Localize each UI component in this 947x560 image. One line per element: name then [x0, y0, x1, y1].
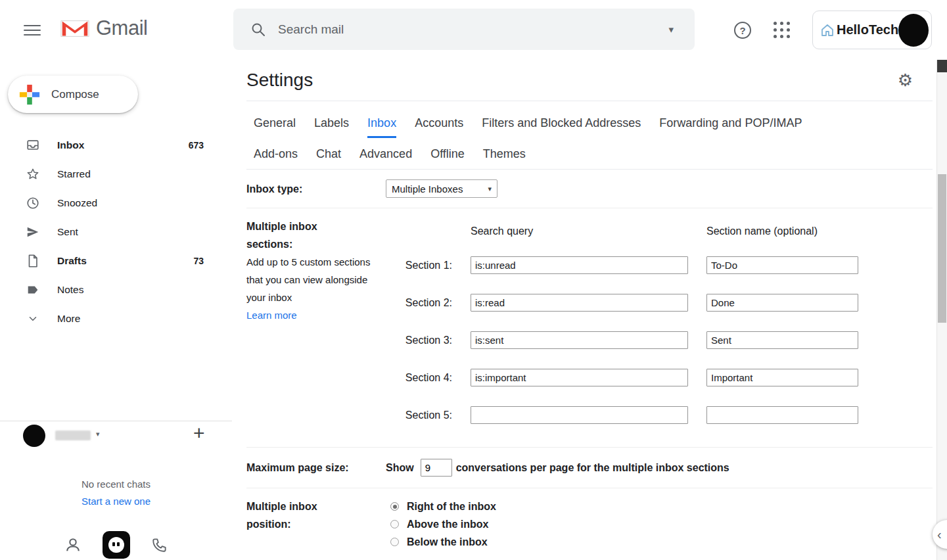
- section-2-query-input[interactable]: [471, 294, 688, 312]
- search-options-caret-icon[interactable]: ▾: [664, 20, 678, 39]
- section-4-query-input[interactable]: [471, 369, 688, 386]
- sidebar-item-label: Inbox: [57, 139, 84, 151]
- settings-main: Settings ⚙ General Labels Inbox Accounts…: [232, 60, 936, 560]
- section-2-label: Section 2:: [394, 284, 452, 321]
- max-page-size-suffix: conversations per page for the multiple …: [456, 462, 729, 474]
- hangouts-icon: [103, 531, 130, 559]
- tab-themes[interactable]: Themes: [483, 147, 526, 169]
- sidebar-nav: Inbox 673 Starred Snoozed: [0, 131, 218, 333]
- scrollbar-thumb[interactable]: [938, 174, 946, 323]
- sidebar-item-label: Snoozed: [57, 197, 97, 209]
- tab-offline[interactable]: Offline: [430, 147, 465, 169]
- tab-accounts[interactable]: Accounts: [415, 116, 463, 138]
- sidebar-item-notes[interactable]: Notes: [0, 275, 218, 304]
- star-icon: [25, 166, 41, 182]
- position-option-right[interactable]: Right of the inbox: [390, 498, 496, 515]
- sidebar-item-label: Notes: [57, 284, 84, 296]
- compose-plus-icon: [18, 83, 41, 106]
- learn-more-link[interactable]: Learn more: [246, 306, 394, 324]
- hangouts-tab[interactable]: [103, 531, 130, 559]
- section-5-name-input[interactable]: [706, 406, 858, 424]
- drafts-count: 73: [193, 256, 204, 266]
- tab-chat[interactable]: Chat: [316, 147, 341, 169]
- max-page-size-input[interactable]: [421, 459, 452, 477]
- hellotech-house-icon: [820, 22, 835, 38]
- radio-option-label: Below the inbox: [407, 536, 488, 548]
- search-bar[interactable]: ▾: [233, 9, 695, 50]
- radio-option-label: Right of the inbox: [407, 501, 496, 513]
- sidebar-item-label: Drafts: [57, 255, 87, 267]
- section-2-name-input[interactable]: [706, 294, 858, 312]
- help-button[interactable]: ?: [731, 18, 754, 42]
- maximum-page-size-row: Maximum page size: Show conversations pe…: [246, 448, 933, 488]
- tab-filters-blocked[interactable]: Filters and Blocked Addresses: [482, 116, 641, 138]
- clock-icon: [25, 195, 41, 211]
- sections-description: Add up to 5 custom sections that you can…: [246, 253, 381, 306]
- settings-tabs: General Labels Inbox Accounts Filters an…: [246, 101, 933, 170]
- hamburger-menu-icon[interactable]: [24, 22, 41, 37]
- search-input[interactable]: [278, 22, 664, 37]
- profile-avatar[interactable]: [898, 14, 929, 47]
- inbox-type-row: Inbox type: Multiple Inboxes ▾: [246, 170, 933, 208]
- tab-forwarding-pop-imap[interactable]: Forwarding and POP/IMAP: [659, 116, 802, 138]
- radio-unselected-icon[interactable]: [390, 538, 399, 546]
- section-1-name-input[interactable]: [706, 256, 858, 274]
- gmail-envelope-icon: [60, 18, 89, 39]
- section-1-query-input[interactable]: [471, 256, 688, 274]
- compose-button[interactable]: Compose: [8, 76, 138, 113]
- chat-user-avatar[interactable]: [23, 425, 45, 447]
- section-5-query-input[interactable]: [471, 406, 688, 424]
- gmail-logo: Gmail: [60, 16, 147, 40]
- new-chat-plus-icon[interactable]: +: [193, 422, 205, 444]
- google-apps-grid-icon[interactable]: [773, 21, 791, 39]
- section-3-name-input[interactable]: [706, 331, 858, 349]
- contacts-person-icon[interactable]: [59, 531, 87, 559]
- tab-general[interactable]: General: [254, 116, 296, 138]
- radio-selected-icon[interactable]: [390, 502, 399, 511]
- radio-unselected-icon[interactable]: [390, 520, 399, 528]
- tab-labels[interactable]: Labels: [314, 116, 349, 138]
- tab-inbox[interactable]: Inbox: [367, 116, 396, 138]
- sidebar-item-drafts[interactable]: Drafts 73: [0, 246, 218, 275]
- empty-header-cell: [394, 218, 452, 246]
- chat-status-caret-icon[interactable]: ▾: [96, 430, 100, 438]
- multiple-inbox-position-row: Multiple inbox position: Right of the in…: [246, 488, 933, 557]
- inbox-type-label: Inbox type:: [246, 180, 386, 198]
- sidebar-item-more[interactable]: More: [0, 304, 218, 333]
- sidebar-item-starred[interactable]: Starred: [0, 160, 218, 189]
- sidebar-item-sent[interactable]: Sent: [0, 218, 218, 246]
- section-1-label: Section 1:: [394, 246, 452, 284]
- gmail-app: Gmail ▾ ? HelloTech: [0, 0, 947, 560]
- draft-icon: [25, 253, 41, 269]
- gear-icon[interactable]: ⚙: [898, 70, 913, 91]
- label-tag-icon: [25, 282, 41, 298]
- section-4-name-input[interactable]: [706, 369, 858, 386]
- sidebar-item-inbox[interactable]: Inbox 673: [0, 131, 218, 160]
- sections-grid: Search query Section name (optional) Sec…: [394, 218, 858, 434]
- gmail-wordmark: Gmail: [96, 16, 147, 40]
- position-option-above[interactable]: Above the inbox: [390, 515, 496, 533]
- section-3-query-input[interactable]: [471, 331, 688, 349]
- inbox-type-dropdown[interactable]: Multiple Inboxes ▾: [386, 179, 497, 198]
- chevron-down-icon: [25, 311, 41, 327]
- inbox-icon: [25, 137, 41, 153]
- no-recent-chats-text: No recent chats: [0, 478, 232, 490]
- sidebar-item-label: Sent: [57, 226, 78, 238]
- top-header: Gmail ▾ ? HelloTech: [0, 0, 947, 60]
- max-page-size-label: Maximum page size:: [246, 459, 386, 477]
- position-option-below[interactable]: Below the inbox: [390, 533, 496, 551]
- sidebar-item-snoozed[interactable]: Snoozed: [0, 189, 218, 218]
- inbox-type-value: Multiple Inboxes: [392, 183, 463, 195]
- search-icon[interactable]: [250, 22, 266, 37]
- help-icon: ?: [734, 22, 751, 39]
- tab-advanced[interactable]: Advanced: [359, 147, 412, 169]
- section-4-label: Section 4:: [394, 359, 452, 396]
- search-query-column-header: Search query: [471, 218, 688, 246]
- phone-icon[interactable]: [146, 531, 173, 559]
- multiple-inbox-sections-row: Multiple inbox sections: Add up to 5 cus…: [246, 208, 933, 448]
- chevron-left-icon: ‹: [937, 527, 942, 542]
- vertical-scrollbar[interactable]: [936, 60, 947, 560]
- tab-add-ons[interactable]: Add-ons: [254, 147, 298, 169]
- start-new-chat-link[interactable]: Start a new one: [0, 496, 232, 507]
- chat-user-name-blurred: [55, 431, 91, 440]
